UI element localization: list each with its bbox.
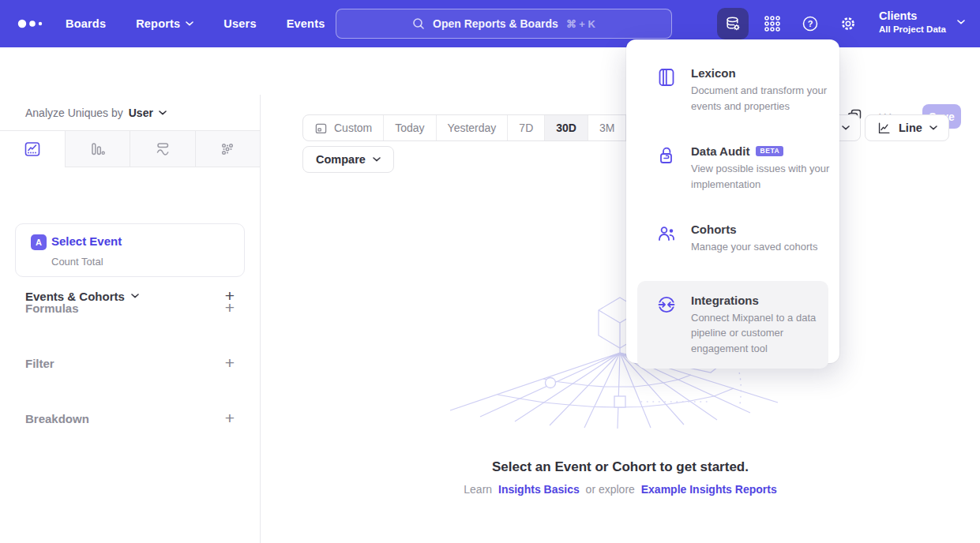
flows-icon <box>153 140 172 159</box>
date-range-3m[interactable]: 3M <box>588 115 626 140</box>
select-event-label[interactable]: Select Event <box>51 234 122 248</box>
menu-item-title: Integrations <box>691 294 832 307</box>
breakdown-label: Breakdown <box>25 412 89 425</box>
menu-item-integrations[interactable]: Integrations Connect Mixpanel to a data … <box>637 281 828 369</box>
data-audit-lock-icon <box>656 145 677 166</box>
add-breakdown-button[interactable]: + <box>225 410 235 426</box>
formulas-label: Formulas <box>25 301 79 315</box>
org-name: Clients <box>879 9 946 24</box>
chart-type-tabs <box>0 130 260 167</box>
menu-item-lexicon[interactable]: Lexicon Document and transform your even… <box>637 62 828 118</box>
apps-grid-button[interactable] <box>757 8 788 39</box>
search-icon <box>412 17 425 30</box>
menu-item-desc: Connect Mixpanel to a data pipeline or c… <box>691 310 832 357</box>
tab-flows-chart[interactable] <box>130 131 195 167</box>
bar-chart-icon <box>88 140 107 159</box>
insights-basics-link[interactable]: Insights Basics <box>498 483 580 496</box>
nav-item-boards[interactable]: Boards <box>66 17 106 30</box>
project-name: All Project Data <box>879 24 946 36</box>
date-range-30d[interactable]: 30D <box>545 115 588 140</box>
learn-prefix: Learn <box>464 483 492 496</box>
or-explore-text: or explore <box>586 483 635 496</box>
search-label: Open Reports & Boards <box>433 17 558 30</box>
nav-item-events[interactable]: Events <box>287 17 325 30</box>
search-shortcut: ⌘ + K <box>566 18 595 30</box>
chevron-down-icon <box>373 157 381 162</box>
dots-grid-icon <box>218 140 237 159</box>
example-reports-link[interactable]: Example Insights Reports <box>641 483 777 496</box>
apps-grid-icon <box>763 14 782 33</box>
breakdown-section: Breakdown + <box>0 409 260 428</box>
menu-item-desc: Document and transform your events and p… <box>691 83 832 114</box>
nav-item-users[interactable]: Users <box>223 17 256 30</box>
nav-links: Boards Reports Users Events <box>66 0 325 47</box>
insights-report-page: Boards Reports Users Events Open Reports… <box>0 0 980 543</box>
chevron-down-icon <box>957 20 965 24</box>
date-range-yesterday[interactable]: Yesterday <box>437 115 509 140</box>
analyze-row: Analyze Uniques by User <box>0 95 260 130</box>
line-style-icon <box>877 121 892 136</box>
integrations-sync-icon <box>656 294 677 315</box>
data-management-button[interactable] <box>717 8 749 39</box>
mixpanel-logo-icon[interactable] <box>17 19 44 28</box>
filter-label: Filter <box>25 357 54 370</box>
chart-style-button[interactable]: Line <box>865 114 949 141</box>
menu-item-cohorts[interactable]: Cohorts Manage your saved cohorts <box>637 218 828 260</box>
gear-icon <box>839 14 858 33</box>
date-range-7d[interactable]: 7D <box>508 115 545 140</box>
menu-item-data-audit[interactable]: Data Audit BETA View possible issues wit… <box>637 140 828 197</box>
empty-state-links: Learn Insights Basics or explore Example… <box>261 483 980 496</box>
tab-metrics-grid[interactable] <box>195 131 261 167</box>
calendar-icon <box>314 122 328 135</box>
filter-section: Filter + <box>0 354 260 373</box>
date-range-today[interactable]: Today <box>384 115 436 140</box>
project-switcher[interactable]: Clients All Project Data <box>879 9 965 36</box>
event-badge: A <box>31 234 47 250</box>
menu-item-desc: View possible issues with your implement… <box>691 161 832 192</box>
tab-bar-chart[interactable] <box>65 131 130 167</box>
lexicon-book-icon <box>656 67 677 88</box>
global-search[interactable]: Open Reports & Boards ⌘ + K <box>336 9 672 39</box>
chevron-down-icon <box>159 110 167 115</box>
data-management-popover: Lexicon Document and transform your even… <box>626 39 839 363</box>
chevron-down-icon <box>929 125 937 130</box>
empty-state-heading: Select an Event or Cohort to get started… <box>261 459 980 475</box>
menu-item-title: Cohorts <box>691 223 832 236</box>
svg-text:?: ? <box>808 19 813 28</box>
cohorts-people-icon <box>656 223 677 244</box>
help-button[interactable]: ? <box>794 8 826 39</box>
analyze-prefix-label: Analyze Uniques by <box>25 107 123 119</box>
beta-badge: BETA <box>756 146 783 157</box>
database-gear-icon <box>723 14 742 33</box>
add-formula-button[interactable]: + <box>225 300 235 316</box>
menu-item-title: Data Audit BETA <box>691 144 832 158</box>
add-filter-button[interactable]: + <box>225 355 235 371</box>
query-builder-sidebar: Analyze Uniques by User <box>0 95 261 543</box>
chevron-down-icon <box>186 21 193 26</box>
formulas-section: Formulas + <box>0 298 260 317</box>
analyze-value: User <box>129 107 153 119</box>
nav-item-reports[interactable]: Reports <box>136 17 193 30</box>
date-range-custom[interactable]: Custom <box>303 115 384 140</box>
help-icon: ? <box>801 14 820 33</box>
compare-button[interactable]: Compare <box>302 146 394 173</box>
chevron-down-icon <box>842 125 850 130</box>
menu-item-desc: Manage your saved cohorts <box>691 239 832 255</box>
settings-button[interactable] <box>832 8 864 39</box>
line-chart-icon <box>23 140 42 159</box>
menu-item-title: Lexicon <box>691 66 832 80</box>
analyze-by-selector[interactable]: User <box>129 107 167 119</box>
tab-line-chart[interactable] <box>0 131 65 167</box>
count-total-label[interactable]: Count Total <box>51 256 103 268</box>
event-row-card[interactable]: A Select Event Count Total <box>15 223 245 277</box>
